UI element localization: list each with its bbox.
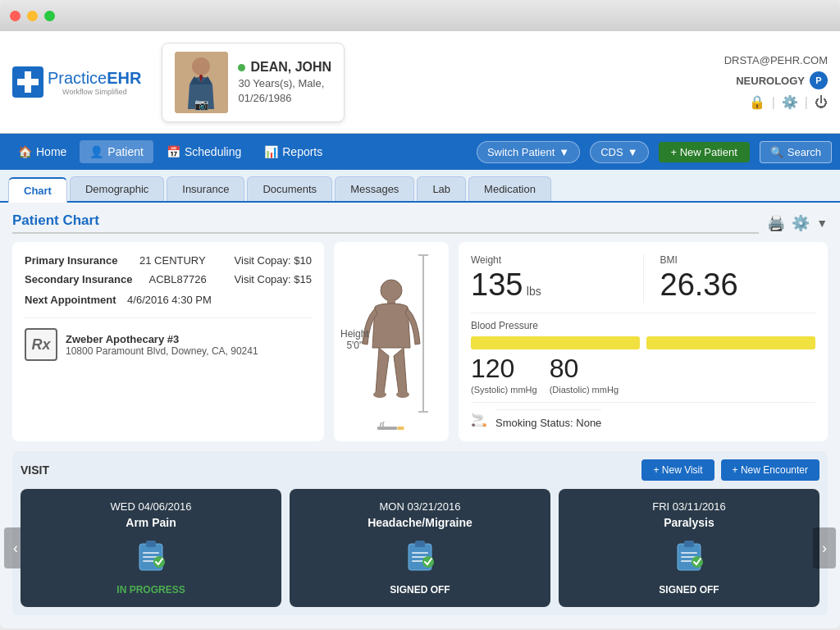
visit-card-status-1: SIGNED OFF <box>301 584 539 596</box>
smoking-status-text: Smoking Status: None <box>495 409 601 429</box>
secondary-insurance-row: Secondary Insurance ACBL87726 Visit Copa… <box>25 273 312 285</box>
smoking-divider <box>471 402 815 403</box>
clipboard-icon-1 <box>405 539 435 572</box>
patient-icon: 👤 <box>89 145 103 158</box>
specialty-icon: P <box>810 71 828 89</box>
body-figure-panel: Height 5'0" <box>334 242 449 441</box>
chart-grid: Primary Insurance 21 CENTURY Visit Copay… <box>12 242 828 441</box>
visit-card-2[interactable]: FRI 03/11/2016 Paralysis SI <box>559 489 819 607</box>
svg-rect-18 <box>412 552 428 554</box>
tab-messages[interactable]: Messages <box>335 176 414 201</box>
logo: PracticeEHR Workflow Simplified <box>12 66 141 98</box>
logo-cross-box <box>12 66 43 98</box>
visit-card-icon-1 <box>301 539 539 578</box>
height-ruler <box>422 254 424 413</box>
smoking-status-row: 🚬 Smoking Status: None <box>471 409 815 429</box>
tab-lab[interactable]: Lab <box>417 176 466 201</box>
next-apt-label: Next Appointment <box>25 294 116 306</box>
vitals-panel: Weight 135 lbs BMI 26.36 Blood Pressure <box>459 242 828 441</box>
bp-diastolic-label: (Diastolic) mmHg <box>550 384 619 395</box>
close-button[interactable] <box>10 11 21 21</box>
svg-rect-9 <box>398 427 404 430</box>
svg-rect-20 <box>412 560 423 562</box>
tab-insurance[interactable]: Insurance <box>167 176 244 201</box>
svg-point-7 <box>396 391 409 398</box>
header-specialty-row: NEUROLOGY P <box>736 71 828 89</box>
maximize-button[interactable] <box>44 11 55 21</box>
new-patient-button[interactable]: + New Patient <box>659 142 750 162</box>
switch-patient-button[interactable]: Switch Patient ▼ <box>477 141 580 163</box>
nav-scheduling[interactable]: 📅 Scheduling <box>157 140 251 163</box>
bp-bar-diastolic <box>646 336 815 349</box>
svg-point-6 <box>373 391 386 398</box>
pharmacy-row: Rx Zweber Apothecary #3 10800 Paramount … <box>25 317 312 361</box>
vital-divider <box>643 254 644 303</box>
nav-reports[interactable]: 📊 Reports <box>254 140 332 163</box>
reports-icon: 📊 <box>264 145 278 158</box>
nav-home[interactable]: 🏠 Home <box>8 140 76 163</box>
bmi-value: 26.36 <box>660 267 816 303</box>
minimize-button[interactable] <box>27 11 38 21</box>
calendar-icon: 📅 <box>167 145 180 158</box>
nav-patient[interactable]: 👤 Patient <box>80 140 153 163</box>
rx-icon: Rx <box>25 328 57 361</box>
online-indicator <box>238 64 245 71</box>
visit-card-diag-1: Headache/Migraine <box>301 516 539 529</box>
visit-buttons: + New Visit + New Encounter <box>641 459 819 481</box>
chart-title: Patient Chart <box>12 212 759 234</box>
primary-copay: Visit Copay: $10 <box>235 254 312 267</box>
svg-rect-26 <box>681 560 692 562</box>
chevron-down-icon: ▼ <box>559 146 569 158</box>
visit-card-1[interactable]: MON 03/21/2016 Headache/Migraine <box>290 489 550 607</box>
pharmacy-info: Zweber Apothecary #3 10800 Paramount Blv… <box>66 333 258 357</box>
visit-next-arrow[interactable]: › <box>813 527 836 568</box>
bp-section: Blood Pressure 120 (Systolic) mmHg 80 (D… <box>471 320 815 395</box>
visit-card-diag-2: Paralysis <box>570 516 808 529</box>
header-icons: 🔒 | ⚙️ | ⏻ <box>749 94 828 110</box>
main-content: Patient Chart 🖨️ ⚙️ ▼ Primary Insurance … <box>0 203 840 628</box>
tab-medication[interactable]: Medication <box>468 176 551 201</box>
visit-section: VISIT + New Visit + New Encounter ‹ WED … <box>12 451 828 615</box>
bp-diastolic-value: 80 <box>550 354 579 383</box>
settings-icon[interactable]: ⚙️ <box>782 94 798 110</box>
svg-point-3 <box>192 57 210 75</box>
tab-documents[interactable]: Documents <box>247 176 332 201</box>
weight-value: 135 <box>471 267 523 302</box>
header-email: DRSTA@PEHR.COM <box>724 54 828 66</box>
visit-card-icon-0 <box>32 539 270 578</box>
print-icon[interactable]: 🖨️ <box>767 214 785 232</box>
new-visit-button[interactable]: + New Visit <box>641 459 714 481</box>
visit-cards: WED 04/06/2016 Arm Pain IN <box>21 489 819 607</box>
visit-header: VISIT + New Visit + New Encounter <box>21 459 819 481</box>
search-button[interactable]: 🔍 Search <box>760 141 832 163</box>
cds-button[interactable]: CDS ▼ <box>590 141 648 163</box>
visit-title: VISIT <box>21 463 641 477</box>
visit-card-date-0: WED 04/06/2016 <box>32 500 270 513</box>
weight-label: Weight <box>471 254 627 266</box>
smoking-status-icon: 🚬 <box>471 412 487 427</box>
weight-unit: lbs <box>527 285 541 298</box>
section-icons: 🖨️ ⚙️ ▼ <box>767 214 828 232</box>
gear-icon[interactable]: ⚙️ <box>792 214 810 232</box>
power-icon[interactable]: ⏻ <box>815 95 828 110</box>
bmi-box: BMI 26.36 <box>660 254 816 303</box>
secondary-insurance-label: Secondary Insurance <box>25 273 133 285</box>
tab-demographic[interactable]: Demographic <box>70 176 164 201</box>
patient-photo: 📷 <box>175 52 228 113</box>
visit-card-0[interactable]: WED 04/06/2016 Arm Pain IN <box>21 489 281 607</box>
patient-card: 📷 DEAN, JOHN 30 Years(s), Male, 01/26/19… <box>162 43 345 122</box>
bp-systolic-box: 120 (Systolic) mmHg <box>471 354 537 395</box>
cigarette-icon <box>377 422 406 435</box>
lock-icon[interactable]: 🔒 <box>749 94 765 110</box>
logo-title: PracticeEHR <box>48 69 141 88</box>
camera-icon[interactable]: 📷 <box>194 98 208 111</box>
tab-chart[interactable]: Chart <box>8 177 67 203</box>
new-encounter-button[interactable]: + New Encounter <box>721 459 819 481</box>
weight-bmi-row: Weight 135 lbs BMI 26.36 <box>471 254 815 303</box>
header-right: DRSTA@PEHR.COM NEUROLOGY P 🔒 | ⚙️ | ⏻ <box>724 54 828 110</box>
weight-box: Weight 135 lbs <box>471 254 627 303</box>
insurance-panel: Primary Insurance 21 CENTURY Visit Copay… <box>12 242 324 441</box>
svg-rect-24 <box>681 552 697 554</box>
clipboard-icon-0 <box>136 539 166 572</box>
dropdown-icon[interactable]: ▼ <box>816 217 828 230</box>
